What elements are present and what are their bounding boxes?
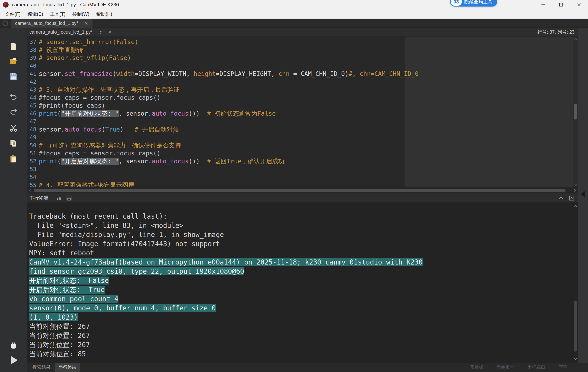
serial-terminal[interactable]: Traceback (most recent call last): File … (27, 203, 578, 363)
menu-item[interactable]: 控制(W) (69, 9, 93, 19)
line-number: 37 (27, 38, 36, 46)
document-tab-label: camera_auto_focus_lcd_1.py* (15, 20, 78, 26)
terminal-line: 当前对焦位置: 85 (29, 349, 423, 359)
status-info-label: FPS: (558, 364, 568, 370)
minimize-icon (540, 2, 546, 8)
code-line: 53 (27, 165, 419, 173)
terminal-line: (1, 0, 1023) (29, 313, 423, 322)
line-number: 42 (27, 78, 36, 86)
close-icon (576, 2, 582, 8)
paste-icon (9, 154, 18, 163)
app-icon (3, 2, 9, 8)
save-button[interactable] (9, 72, 18, 81)
line-number: 40 (27, 62, 36, 70)
plot-button[interactable] (56, 195, 63, 201)
terminal-line: vb common pool count 4 (29, 294, 423, 303)
editor-vertical-scrollbar[interactable] (573, 37, 578, 187)
terminal-line: 开启前对焦状态: False (29, 276, 423, 285)
scroll-left-icon[interactable] (28, 189, 32, 192)
terminal-scrollbar[interactable] (573, 203, 578, 363)
splitter-collapse-icon[interactable] (580, 191, 585, 197)
terminal-line: File "<stdin>", line 83, in <module> (29, 221, 423, 230)
code-line: 46print("开启前对焦状态: ", sensor.auto_focus()… (27, 110, 419, 118)
scroll-up-icon[interactable] (574, 38, 578, 42)
redo-button[interactable] (9, 107, 18, 116)
expand-panel-button[interactable] (568, 195, 575, 201)
editor-scrollbar-thumb[interactable] (574, 104, 577, 120)
maximize-button[interactable] (552, 0, 570, 9)
collapse-panel-button[interactable] (558, 195, 564, 201)
cut-button[interactable] (9, 124, 18, 132)
document-tab-close-icon[interactable]: × (84, 20, 88, 26)
document-tab-strip: camera_auto_focus_lcd_1.py* × (0, 19, 588, 28)
terminal-title: 串行终端 (27, 195, 48, 201)
menu-item[interactable]: 编辑(E) (24, 9, 47, 19)
connection-indicator-icon (2, 20, 8, 26)
chevron-up-icon (558, 195, 564, 201)
line-number: 41 (27, 70, 36, 78)
code-line: 44#focus_caps = sensor.focus_caps() (27, 94, 419, 101)
save-log-icon (66, 195, 72, 201)
line-number: 48 (27, 125, 36, 133)
horizontal-scrollbar-thumb[interactable] (34, 189, 566, 192)
statusbar-tab[interactable]: 串行终端 (55, 363, 80, 372)
line-number: 52 (27, 157, 36, 165)
code-line: 51#focus_caps = sensor.focus_caps() (27, 149, 419, 157)
copy-button[interactable] (9, 139, 18, 148)
menu-item[interactable]: 帮助(H) (93, 9, 116, 19)
minimize-button[interactable] (534, 0, 552, 9)
open-file-button[interactable] (9, 57, 18, 66)
line-number: 45 (27, 101, 36, 110)
terminal-line: CanMV v1.4-24-gf73abaf(based on Micropyt… (29, 258, 423, 267)
terminal-line: 当前对焦位置: 267 (29, 322, 423, 331)
terminal-line: 当前对焦位置: 267 (29, 331, 423, 340)
code-line: 45#print(focus_caps) (27, 101, 419, 110)
floating-tool-badge[interactable]: 03 隐藏全局工具 (450, 0, 497, 7)
statusbar-tab[interactable]: 搜索结果 (29, 363, 54, 372)
terminal-scroll-down-icon[interactable] (574, 357, 578, 361)
cursor-position: 行号: 87, 列号: 23 (537, 29, 578, 35)
terminal-line: 开启后对焦状态: True (29, 285, 423, 294)
code-editor[interactable]: 37# sensor.set_hmirror(False)38# 设置垂直翻转3… (27, 37, 578, 187)
save-log-button[interactable] (66, 195, 72, 201)
terminal-line: 当前对焦位置: 267 (29, 340, 423, 349)
menu-item[interactable]: 文件(F) (2, 9, 24, 19)
scroll-right-icon[interactable] (572, 189, 577, 192)
editor-horizontal-scrollbar[interactable] (27, 187, 578, 193)
close-button[interactable] (570, 0, 588, 9)
terminal-line: MPY: soft reboot (29, 248, 423, 258)
code-line: 55# 4. 配置图像格式+绑定显示图层 (27, 181, 419, 187)
terminal-line: File "media/display.py", line 1, in show… (29, 230, 423, 239)
run-button[interactable] (8, 354, 19, 366)
cut-icon (9, 124, 18, 132)
open-folder-icon (9, 57, 18, 66)
main-pane: camera_auto_focus_lcd_1.py* × 行号: 87, 列号… (27, 28, 578, 363)
editor-tab-close-icon[interactable]: × (108, 29, 112, 35)
toolbar-sidebar (0, 28, 27, 372)
terminal-line: Traceback (most recent call last): (29, 212, 423, 221)
terminal-scroll-up-icon[interactable] (574, 204, 578, 208)
undo-button[interactable] (9, 92, 18, 101)
status-bar: 搜索结果串行终端 开发板:固件版本:串行端口:FPS: (27, 363, 588, 372)
code-line: 41sensor.set_framesize(width=DISPLAY_WID… (27, 70, 419, 78)
paste-button[interactable] (9, 154, 18, 163)
editor-tab-bar: camera_auto_focus_lcd_1.py* × 行号: 87, 列号… (27, 28, 578, 37)
document-switcher-icon[interactable] (98, 30, 103, 35)
code-line: 43# 3. 自动对焦操作：先查状态，再开启，最后验证 (27, 86, 419, 94)
statusbar-info: 开发板:固件版本:串行端口:FPS: (470, 364, 588, 370)
document-tab[interactable]: camera_auto_focus_lcd_1.py* × (10, 19, 93, 28)
bar-chart-icon (56, 195, 63, 201)
menu-item[interactable]: 工具(T) (47, 9, 69, 19)
new-file-button[interactable] (9, 42, 18, 51)
editor-tab[interactable]: camera_auto_focus_lcd_1.py* (29, 29, 93, 35)
line-number: 53 (27, 165, 36, 173)
connect-button[interactable] (9, 341, 18, 350)
line-number: 46 (27, 110, 36, 118)
play-icon (8, 354, 19, 366)
terminal-scrollbar-thumb[interactable] (574, 301, 577, 352)
line-number: 38 (27, 46, 36, 54)
scroll-down-icon[interactable] (574, 182, 578, 186)
code-line: 52print("开启后对焦状态: ", sensor.auto_focus()… (27, 157, 419, 165)
code-line: 40 (27, 62, 419, 70)
code-line: 54 (27, 173, 419, 181)
